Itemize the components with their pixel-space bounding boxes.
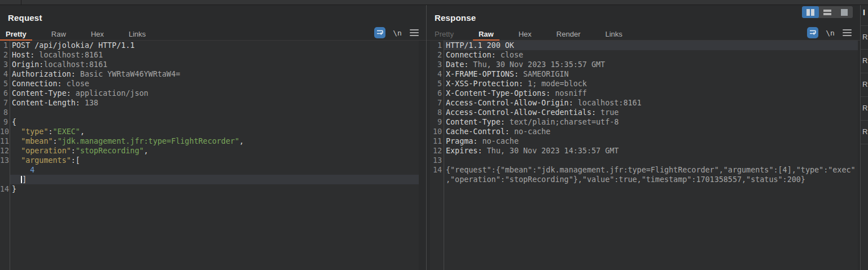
response-panel: Response Pretty Raw Hex Render Links \n … <box>427 5 860 270</box>
response-tab-raw[interactable]: Raw <box>473 28 499 40</box>
editor-menu-icon[interactable] <box>410 27 419 38</box>
view-layout-toggle-group <box>802 6 853 18</box>
editor-line: 9Content-Type: text/plain;charset=utf-8 <box>430 117 858 127</box>
editor-line: ] <box>0 175 419 184</box>
editor-line: 12Expires: Thu, 30 Nov 2023 14:35:57 GMT <box>430 146 858 156</box>
editor-line: 11Pragma: no-cache <box>430 136 858 146</box>
request-tab-hex[interactable]: Hex <box>85 28 109 40</box>
rows-icon <box>823 10 831 15</box>
editor-line: 1HTTP/1.1 200 OK <box>430 41 858 50</box>
request-panel: Request Pretty Raw Hex Links \n 1POST /a… <box>0 5 426 270</box>
inspector-collapsed-strip: I R R R R R <box>860 5 868 270</box>
editor-line: 5Connection: close <box>0 79 419 88</box>
editor-line: 4X-FRAME-OPTIONS: SAMEORIGIN <box>430 69 858 79</box>
editor-line: 13 <box>430 156 858 165</box>
gutter-divider <box>444 41 444 270</box>
inspector-section[interactable]: R <box>861 120 868 144</box>
editor-menu-icon[interactable] <box>843 27 852 38</box>
editor-line: 6Content-Type: application/json <box>0 88 419 98</box>
response-tabbar: Pretty Raw Hex Render Links <box>427 28 860 41</box>
editor-line: 10Cache-Control: no-cache <box>430 127 858 136</box>
inspector-section[interactable]: R <box>861 49 868 73</box>
gutter-divider <box>10 41 10 270</box>
editor-line: 2Host: localhost:8161 <box>0 50 419 60</box>
editor-line: 12 "operation":"stopRecording", <box>0 146 419 156</box>
inspector-section[interactable]: R <box>861 73 868 96</box>
request-tab-links[interactable]: Links <box>123 28 151 40</box>
top-edge-strip <box>0 0 868 5</box>
response-editor[interactable]: 1HTTP/1.1 200 OK2Connection: close3Date:… <box>430 41 858 270</box>
response-panel-title: Response <box>435 13 476 23</box>
editor-line: ,"operation":"stopRecording"},"value":tr… <box>430 175 858 184</box>
editor-line: 11 "mbean":"jdk.management.jfr:type=Flig… <box>0 136 419 146</box>
show-newlines-toggle[interactable]: \n <box>392 27 403 38</box>
editor-line: 6X-Content-Type-Options: nosniff <box>430 88 858 98</box>
inspector-header[interactable]: I <box>861 5 868 25</box>
editor-line: 7Content-Length: 138 <box>0 98 419 108</box>
editor-line: 3Origin:localhost:8161 <box>0 60 419 69</box>
editor-line: 3Date: Thu, 30 Nov 2023 15:35:57 GMT <box>430 60 858 69</box>
layout-single-pane-button[interactable] <box>836 6 853 18</box>
layout-split-columns-button[interactable] <box>802 6 819 18</box>
top-edge-tab-divider <box>21 0 21 5</box>
editor-line: 1POST /api/jolokia/ HTTP/1.1 <box>0 41 419 50</box>
inspector-empty-area <box>861 144 868 270</box>
editor-line: 10 "type":"EXEC", <box>0 127 419 136</box>
request-panel-title: Request <box>8 13 42 23</box>
editor-line: 4 <box>0 165 419 175</box>
editor-line: 7Access-Control-Allow-Origin: localhost:… <box>430 98 858 108</box>
editor-line: 14} <box>0 184 419 194</box>
editor-line: 8Access-Control-Allow-Credentials: true <box>430 108 858 117</box>
editor-line: 14{"request":{"mbean":"jdk.management.jf… <box>430 165 858 175</box>
request-tab-raw[interactable]: Raw <box>46 28 72 40</box>
response-tab-links[interactable]: Links <box>599 28 628 40</box>
request-editor[interactable]: 1POST /api/jolokia/ HTTP/1.12Host: local… <box>0 41 419 270</box>
word-wrap-toggle-icon[interactable] <box>374 27 385 38</box>
response-tab-render[interactable]: Render <box>551 28 586 40</box>
response-tab-pretty[interactable]: Pretty <box>429 28 459 40</box>
response-tab-hex[interactable]: Hex <box>513 28 537 40</box>
word-wrap-toggle-icon[interactable] <box>807 27 818 38</box>
editor-line: 2Connection: close <box>430 50 858 60</box>
columns-icon <box>806 9 810 16</box>
single-pane-icon <box>841 9 848 16</box>
editor-line: 9{ <box>0 117 419 127</box>
editor-line: 5X-XSS-Protection: 1; mode=block <box>430 79 858 88</box>
editor-line: 4Authorization: Basic YWRtaW46YWRtaW4= <box>0 69 419 79</box>
word-wrap-icon <box>376 29 384 37</box>
editor-line: 13 "arguments":[ <box>0 156 419 165</box>
word-wrap-icon <box>809 29 817 37</box>
layout-split-rows-button[interactable] <box>819 6 836 18</box>
show-newlines-toggle[interactable]: \n <box>825 27 836 38</box>
editor-line: 8 <box>0 108 419 117</box>
inspector-section[interactable]: R <box>861 25 868 49</box>
request-tabbar: Pretty Raw Hex Links <box>0 28 426 41</box>
inspector-section[interactable]: R <box>861 96 868 120</box>
request-tab-pretty[interactable]: Pretty <box>0 28 32 40</box>
